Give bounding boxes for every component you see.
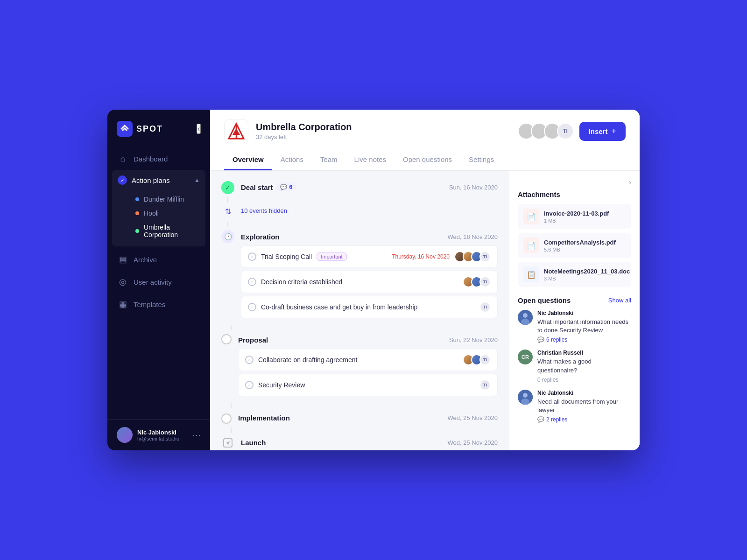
task-avatars: TI bbox=[463, 354, 491, 365]
sidebar-collapse-button[interactable]: ‹ bbox=[197, 124, 201, 134]
proposal-header: Proposal Sun, 22 Nov 2020 bbox=[238, 332, 498, 347]
tab-overview[interactable]: Overview bbox=[224, 151, 272, 170]
task-badge-important: Important bbox=[317, 252, 346, 261]
q3-replies[interactable]: 💬 2 replies bbox=[537, 416, 631, 423]
attachment-competitors[interactable]: 📄 CompetitorsAnalysis.pdf 5.6 MB bbox=[518, 233, 631, 258]
exploration-clock-icon: 🕐 bbox=[221, 230, 234, 243]
logo-icon bbox=[117, 121, 133, 137]
task-checkbox[interactable]: ○ bbox=[245, 381, 254, 389]
panel-expand-button[interactable]: › bbox=[629, 178, 631, 187]
sidebar: SPOT ‹ ⌂ Dashboard ✓ Action plans ▲ Du bbox=[107, 110, 210, 450]
pdf-icon: 📄 bbox=[523, 238, 539, 253]
question-3-avatar bbox=[518, 390, 533, 405]
action-plans-label: Action plans bbox=[132, 176, 170, 184]
exploration-header: Exploration Wed, 18 Nov 2020 bbox=[241, 229, 498, 244]
exploration-content: Exploration Wed, 18 Nov 2020 ○ Trial Sco… bbox=[241, 229, 498, 322]
deal-start-row: Deal start 💬 6 Sun, 16 Nov 2020 bbox=[241, 180, 498, 192]
tab-team[interactable]: Team bbox=[312, 151, 346, 170]
svg-point-7 bbox=[523, 313, 528, 318]
dot-blue-icon bbox=[135, 197, 139, 201]
task-right: TI bbox=[463, 276, 491, 287]
task-decision-criteria: ○ Decision criteria established TI bbox=[241, 271, 498, 293]
sidebar-item-umbrella-corporation[interactable]: Umbrella Corporation bbox=[133, 220, 200, 242]
sidebar-footer: Nic Jablonski hi@semiflat.studio ⋯ bbox=[107, 419, 210, 450]
logo-text: SPOT bbox=[136, 124, 163, 134]
task-avatar-ti: TI bbox=[479, 251, 491, 262]
reply-icon: 💬 bbox=[537, 336, 544, 343]
launch-name: Launch bbox=[241, 439, 266, 447]
tab-live-notes[interactable]: Live notes bbox=[346, 151, 395, 170]
task-left: ○ Decision criteria established bbox=[248, 278, 463, 286]
question-1: Nic Jablonski What important information… bbox=[518, 310, 631, 343]
att-name: CompetitorsAnalysis.pdf bbox=[544, 239, 626, 246]
task-checkbox[interactable]: ○ bbox=[248, 303, 256, 311]
attachment-notemeetings[interactable]: 📋 NoteMeetings2020_11_03.doc 3 MB bbox=[518, 262, 631, 287]
company-info: Umbrella Corporation 32 days left bbox=[256, 122, 518, 140]
open-questions-section: Open questions Show all bbox=[518, 296, 631, 423]
main-content: Umbrella Corporation 32 days left TI Ins… bbox=[210, 110, 640, 450]
deal-start-date: Sun, 16 Nov 2020 bbox=[449, 184, 498, 191]
header-top: Umbrella Corporation 32 days left TI Ins… bbox=[224, 119, 626, 143]
sidebar-item-hooli[interactable]: Hooli bbox=[133, 206, 200, 220]
task-trial-scoping-call: ○ Trial Scoping Call Important Thursday,… bbox=[241, 245, 498, 268]
q1-text: What important information needs to done… bbox=[537, 318, 631, 335]
stage-exploration: 🕐 Exploration Wed, 18 Nov 2020 ○ bbox=[221, 229, 498, 322]
deal-start-comment-badge[interactable]: 💬 6 bbox=[276, 183, 296, 191]
attachment-invoice[interactable]: 📄 Invoice-2020-11-03.pdf 1 MB bbox=[518, 204, 631, 229]
tab-actions[interactable]: Actions bbox=[272, 151, 312, 170]
archive-icon: ▤ bbox=[118, 254, 128, 265]
proposal-tasks: ○ Collaborate on drafting agreement TI bbox=[238, 349, 498, 396]
task-right: TI bbox=[479, 301, 491, 313]
sidebar-item-dunder-mifflin[interactable]: Dunder Mifflin bbox=[133, 192, 200, 206]
exploration-name: Exploration bbox=[241, 233, 280, 241]
implementation-header: Implementation Wed, 25 Nov 2020 bbox=[238, 410, 498, 425]
q1-replies[interactable]: 💬 6 replies bbox=[537, 336, 631, 343]
pdf-icon: 📄 bbox=[523, 209, 539, 224]
attachment-info: NoteMeetings2020_11_03.doc 3 MB bbox=[544, 268, 630, 281]
proposal-name: Proposal bbox=[238, 336, 268, 344]
insert-button-label: Insert bbox=[589, 127, 608, 135]
attachment-info: CompetitorsAnalysis.pdf 5.6 MB bbox=[544, 239, 626, 252]
sidebar-item-label: User activity bbox=[134, 278, 172, 286]
avatar-stack: TI bbox=[518, 123, 574, 140]
proposal-circle-icon bbox=[221, 334, 232, 344]
sidebar-item-dashboard[interactable]: ⌂ Dashboard bbox=[107, 148, 210, 170]
footer-more-button[interactable]: ⋯ bbox=[192, 430, 201, 440]
task-checkbox[interactable]: ○ bbox=[248, 252, 256, 261]
task-overdue-date: Thursday, 16 Nov 2020 bbox=[392, 253, 450, 260]
dot-green-icon bbox=[135, 229, 139, 233]
user-avatar bbox=[117, 427, 133, 443]
tab-settings[interactable]: Settings bbox=[460, 151, 502, 170]
sidebar-item-templates[interactable]: ▦ Templates bbox=[107, 293, 210, 315]
home-icon: ⌂ bbox=[118, 154, 128, 164]
sidebar-item-action-plans[interactable]: ✓ Action plans ▲ bbox=[112, 170, 205, 190]
stage-proposal: Proposal Sun, 22 Nov 2020 ○ Collaborate … bbox=[221, 332, 498, 400]
user-activity-icon: ◎ bbox=[118, 277, 128, 287]
task-name: Decision criteria established bbox=[261, 278, 342, 286]
attachment-info: Invoice-2020-11-03.pdf 1 MB bbox=[544, 210, 626, 224]
question-2-avatar: CR bbox=[518, 350, 533, 364]
main-header: Umbrella Corporation 32 days left TI Ins… bbox=[210, 110, 640, 171]
toggle-hidden-icon: ⇅ bbox=[225, 207, 231, 216]
task-checkbox[interactable]: ○ bbox=[248, 278, 256, 286]
task-checkbox[interactable]: ○ bbox=[245, 356, 254, 364]
sidebar-logo: SPOT ‹ bbox=[107, 110, 210, 148]
deal-start-content: Deal start 💬 6 Sun, 16 Nov 2020 bbox=[241, 180, 498, 192]
content-area: ✓ Deal start 💬 6 Sun, 16 Nov 2020 bbox=[210, 171, 640, 450]
q1-author: Nic Jablonski bbox=[537, 310, 631, 316]
insert-button[interactable]: Insert + bbox=[579, 122, 626, 141]
company-days-left: 32 days left bbox=[256, 133, 518, 140]
sidebar-item-archive[interactable]: ▤ Archive bbox=[107, 248, 210, 271]
task-avatars: TI bbox=[479, 379, 491, 391]
q3-text: Need all documents from your lawyer bbox=[537, 398, 631, 414]
attachments-title: Attachments bbox=[518, 190, 631, 198]
launch-icon bbox=[221, 436, 234, 449]
show-all-link[interactable]: Show all bbox=[608, 297, 631, 304]
hidden-events-toggle[interactable]: 10 events hidden bbox=[241, 204, 287, 219]
deal-start-title: Deal start 💬 6 bbox=[241, 183, 296, 191]
sidebar-item-user-activity[interactable]: ◎ User activity bbox=[107, 271, 210, 293]
tab-open-questions[interactable]: Open questions bbox=[395, 151, 460, 170]
app-wrapper: SPOT ‹ ⌂ Dashboard ✓ Action plans ▲ Du bbox=[107, 110, 640, 450]
exploration-tasks: ○ Trial Scoping Call Important Thursday,… bbox=[241, 245, 498, 318]
sidebar-navigation: ⌂ Dashboard ✓ Action plans ▲ Dunder Miff… bbox=[107, 148, 210, 419]
